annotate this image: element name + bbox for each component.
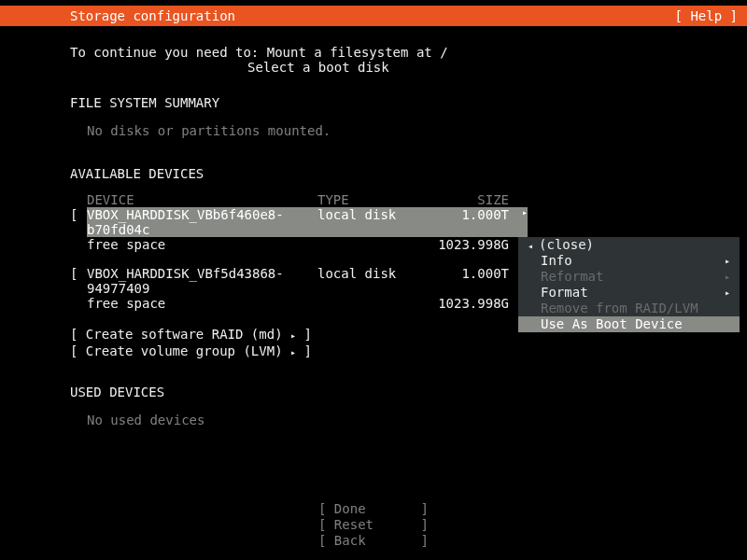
continue-notice: To continue you need to: Mount a filesys… xyxy=(70,45,677,75)
device-row[interactable]: [ VBOX_HARDDISK_VBb6f460e8-b70fd04c loca… xyxy=(70,207,677,237)
title-bar: Storage configuration [ Help ] xyxy=(0,6,747,26)
fs-summary-heading: FILE SYSTEM SUMMARY xyxy=(70,95,677,110)
page-title: Storage configuration xyxy=(9,6,235,26)
device-table-header: DEVICE TYPE SIZE xyxy=(70,192,677,207)
create-lvm-button[interactable]: [ Create volume group (LVM) ▸ ] xyxy=(70,343,677,358)
menu-format[interactable]: Format ▸ xyxy=(518,285,740,301)
done-button[interactable]: [ Done ] xyxy=(0,501,747,517)
reset-button[interactable]: [ Reset ] xyxy=(0,517,747,533)
back-button[interactable]: [ Back ] xyxy=(0,533,747,549)
device-context-menu: ◂(close) Info ▸ Reformat ▸ Format ▸ Remo… xyxy=(518,237,740,332)
used-devices-heading: USED DEVICES xyxy=(70,385,677,399)
menu-info[interactable]: Info ▸ xyxy=(518,253,740,269)
menu-reformat: Reformat ▸ xyxy=(518,269,740,285)
chevron-right-icon: ▸ xyxy=(725,253,730,269)
help-button[interactable]: [ Help ] xyxy=(675,6,738,26)
chevron-right-icon: ▸ xyxy=(725,285,730,301)
chevron-right-icon: ▸ xyxy=(290,330,296,341)
fs-summary-empty: No disks or partitions mounted. xyxy=(70,123,677,138)
chevron-right-icon: ▸ xyxy=(290,347,296,357)
footer-actions: [ Done ] [ Reset ] [ Back ] xyxy=(0,501,747,549)
chevron-right-icon: ▸ xyxy=(725,269,730,285)
used-devices-empty: No used devices xyxy=(70,413,677,427)
available-devices-heading: AVAILABLE DEVICES xyxy=(70,166,677,181)
chevron-right-icon: ▸ xyxy=(509,207,528,237)
chevron-left-icon: ◂ xyxy=(528,241,533,251)
menu-use-as-boot[interactable]: Use As Boot Device xyxy=(518,316,740,332)
menu-remove-raid-lvm: Remove from RAID/LVM xyxy=(518,301,740,316)
menu-close[interactable]: ◂(close) xyxy=(518,237,740,253)
